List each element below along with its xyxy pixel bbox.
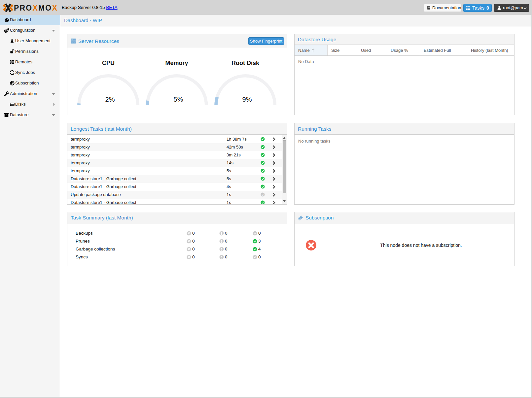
svg-text:?: ?: [262, 193, 264, 196]
